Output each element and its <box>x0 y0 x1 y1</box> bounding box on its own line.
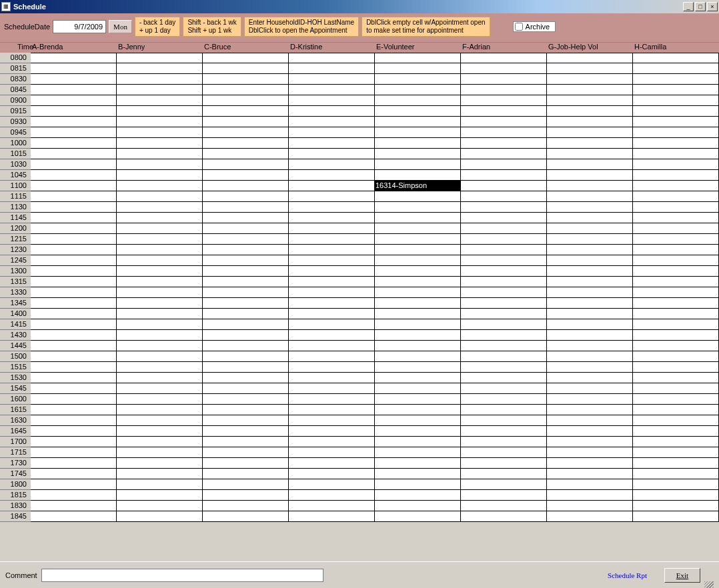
appointment-cell[interactable] <box>633 351 719 362</box>
appointment-cell[interactable] <box>289 149 375 159</box>
appointment-cell[interactable] <box>203 245 289 255</box>
appointment-cell[interactable] <box>633 501 719 511</box>
appointment-cell[interactable] <box>289 298 375 309</box>
appointment-cell[interactable] <box>461 458 547 469</box>
appointment-cell[interactable] <box>633 106 719 117</box>
maximize-button[interactable]: □ <box>695 2 706 11</box>
appointment-cell[interactable] <box>117 255 203 266</box>
appointment-cell[interactable] <box>461 159 547 170</box>
appointment-cell[interactable] <box>31 266 117 277</box>
appointment-cell[interactable]: 16314-Simpson <box>375 181 461 191</box>
appointment-cell[interactable] <box>289 95 375 106</box>
appointment-cell[interactable] <box>31 85 117 95</box>
close-button[interactable]: × <box>707 2 718 11</box>
appointment-cell[interactable] <box>461 223 547 234</box>
appointment-cell[interactable] <box>31 138 117 149</box>
appointment-cell[interactable] <box>633 405 719 415</box>
appointment-cell[interactable] <box>203 415 289 426</box>
appointment-cell[interactable] <box>461 95 547 106</box>
appointment-cell[interactable] <box>633 234 719 245</box>
appointment-cell[interactable] <box>203 383 289 394</box>
appointment-cell[interactable] <box>117 319 203 330</box>
appointment-cell[interactable] <box>547 213 633 223</box>
appointment-cell[interactable] <box>203 490 289 501</box>
appointment-cell[interactable] <box>375 266 461 277</box>
appointment-cell[interactable] <box>117 394 203 405</box>
resize-grip[interactable] <box>704 581 714 588</box>
appointment-cell[interactable] <box>375 74 461 85</box>
appointment-cell[interactable] <box>31 426 117 437</box>
appointment-cell[interactable] <box>203 330 289 341</box>
appointment-cell[interactable] <box>289 437 375 447</box>
appointment-cell[interactable] <box>461 309 547 319</box>
appointment-cell[interactable] <box>461 74 547 85</box>
appointment-cell[interactable] <box>547 437 633 447</box>
appointment-cell[interactable] <box>375 405 461 415</box>
appointment-cell[interactable] <box>117 479 203 490</box>
appointment-cell[interactable] <box>31 341 117 351</box>
appointment-cell[interactable] <box>547 501 633 511</box>
appointment-cell[interactable] <box>117 362 203 373</box>
appointment-cell[interactable] <box>375 159 461 170</box>
appointment-cell[interactable] <box>117 202 203 213</box>
appointment-cell[interactable] <box>31 287 117 298</box>
appointment-cell[interactable] <box>633 63 719 74</box>
appointment-cell[interactable] <box>117 85 203 95</box>
appointment-cell[interactable] <box>633 490 719 501</box>
appointment-cell[interactable] <box>31 490 117 501</box>
appointment-cell[interactable] <box>31 53 117 63</box>
appointment-cell[interactable] <box>633 383 719 394</box>
appointment-cell[interactable] <box>31 106 117 117</box>
appointment-cell[interactable] <box>547 266 633 277</box>
appointment-cell[interactable] <box>461 149 547 159</box>
appointment-cell[interactable] <box>203 85 289 95</box>
appointment-cell[interactable] <box>289 405 375 415</box>
appointment-cell[interactable] <box>31 319 117 330</box>
appointment-cell[interactable] <box>633 159 719 170</box>
appointment-cell[interactable] <box>633 95 719 106</box>
appointment-cell[interactable] <box>203 405 289 415</box>
appointment-cell[interactable] <box>289 447 375 458</box>
appointment-cell[interactable] <box>117 53 203 63</box>
appointment-cell[interactable] <box>117 63 203 74</box>
appointment-cell[interactable] <box>461 117 547 127</box>
appointment-cell[interactable] <box>31 511 117 522</box>
appointment-cell[interactable] <box>117 501 203 511</box>
appointment-cell[interactable] <box>375 53 461 63</box>
appointment-cell[interactable] <box>633 447 719 458</box>
appointment-cell[interactable] <box>203 362 289 373</box>
appointment-cell[interactable] <box>633 266 719 277</box>
appointment-cell[interactable] <box>203 351 289 362</box>
appointment-cell[interactable] <box>633 277 719 287</box>
appointment-cell[interactable] <box>547 170 633 181</box>
appointment-cell[interactable] <box>461 373 547 383</box>
appointment-cell[interactable] <box>117 159 203 170</box>
appointment-cell[interactable] <box>31 149 117 159</box>
appointment-cell[interactable] <box>117 213 203 223</box>
appointment-cell[interactable] <box>31 117 117 127</box>
appointment-cell[interactable] <box>461 245 547 255</box>
appointment-cell[interactable] <box>633 394 719 405</box>
appointment-cell[interactable] <box>289 127 375 138</box>
appointment-cell[interactable] <box>547 469 633 479</box>
appointment-cell[interactable] <box>375 469 461 479</box>
appointment-cell[interactable] <box>31 277 117 287</box>
appointment-cell[interactable] <box>117 287 203 298</box>
appointment-cell[interactable] <box>633 469 719 479</box>
appointment-cell[interactable] <box>289 106 375 117</box>
appointment-cell[interactable] <box>31 469 117 479</box>
appointment-cell[interactable] <box>375 330 461 341</box>
appointment-cell[interactable] <box>633 74 719 85</box>
appointment-cell[interactable] <box>117 447 203 458</box>
appointment-cell[interactable] <box>203 191 289 202</box>
appointment-cell[interactable] <box>203 53 289 63</box>
appointment-cell[interactable] <box>461 202 547 213</box>
appointment-cell[interactable] <box>31 74 117 85</box>
appointment-cell[interactable] <box>117 277 203 287</box>
appointment-cell[interactable] <box>375 362 461 373</box>
appointment-cell[interactable] <box>31 298 117 309</box>
appointment-cell[interactable] <box>203 138 289 149</box>
appointment-cell[interactable] <box>289 319 375 330</box>
appointment-cell[interactable] <box>289 511 375 522</box>
appointment-cell[interactable] <box>375 138 461 149</box>
